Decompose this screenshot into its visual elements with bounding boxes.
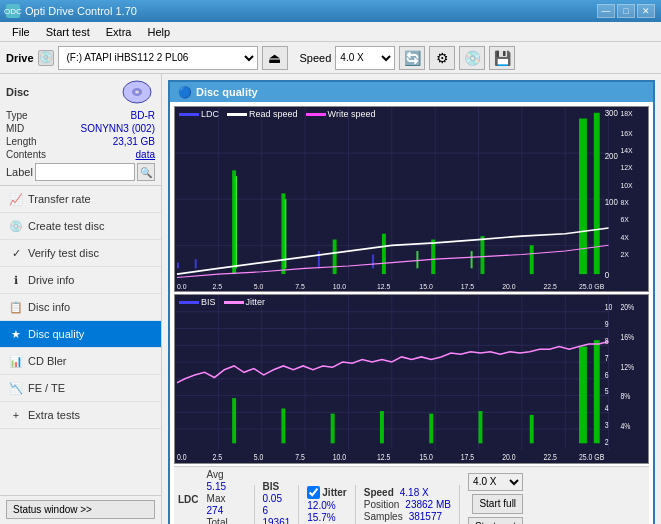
legend-write-speed-label: Write speed — [328, 109, 376, 119]
nav-label-drive-info: Drive info — [28, 274, 74, 286]
svg-text:8: 8 — [605, 337, 609, 347]
disc-quality-panel: 🔵 Disc quality LDC Read speed — [168, 80, 655, 524]
menu-file[interactable]: File — [4, 24, 38, 40]
status-window-button[interactable]: Status window >> — [6, 500, 155, 519]
start-full-button[interactable]: Start full — [472, 494, 523, 514]
charts-area: LDC Read speed Write speed — [170, 102, 653, 524]
svg-text:16%: 16% — [620, 333, 634, 343]
sidebar-item-transfer-rate[interactable]: 📈 Transfer rate — [0, 186, 161, 213]
svg-text:0.0: 0.0 — [177, 282, 187, 292]
legend-read-speed: Read speed — [227, 109, 298, 119]
drive-select[interactable]: (F:) ATAPI iHBS112 2 PL06 — [58, 46, 258, 70]
nav-label-transfer-rate: Transfer rate — [28, 193, 91, 205]
svg-rect-33 — [594, 113, 600, 274]
save-button[interactable]: 💾 — [489, 46, 515, 70]
svg-point-2 — [135, 91, 139, 94]
sidebar-item-verify-test-disc[interactable]: ✓ Verify test disc — [0, 240, 161, 267]
svg-text:6: 6 — [605, 370, 609, 380]
drive-toolbar: Drive 💿 (F:) ATAPI iHBS112 2 PL06 ⏏ Spee… — [0, 42, 661, 74]
legend-bis: BIS — [179, 297, 216, 307]
svg-rect-24 — [471, 251, 473, 268]
sidebar-item-create-test-disc[interactable]: 💿 Create test disc — [0, 213, 161, 240]
legend-jitter-label: Jitter — [246, 297, 266, 307]
svg-text:10.0: 10.0 — [333, 453, 347, 463]
svg-text:6X: 6X — [620, 215, 628, 225]
speed-select-stats[interactable]: 4.0 X — [468, 473, 523, 491]
close-button[interactable]: ✕ — [637, 4, 655, 18]
svg-text:17.5: 17.5 — [461, 282, 474, 292]
svg-rect-25 — [232, 170, 236, 274]
top-chart: LDC Read speed Write speed — [174, 106, 649, 292]
maximize-button[interactable]: □ — [617, 4, 635, 18]
svg-rect-85 — [594, 341, 600, 444]
minimize-button[interactable]: — — [597, 4, 615, 18]
svg-text:7: 7 — [605, 353, 609, 363]
svg-rect-22 — [372, 255, 374, 269]
disc-icon — [119, 78, 155, 106]
bis-avg-value: 0.05 — [263, 493, 291, 504]
sidebar-item-fe-te[interactable]: 📉 FE / TE — [0, 375, 161, 402]
mid-label: MID — [6, 123, 24, 134]
svg-rect-81 — [429, 414, 433, 444]
svg-rect-77 — [232, 399, 236, 444]
refresh-button[interactable]: 🔄 — [399, 46, 425, 70]
sidebar-item-extra-tests[interactable]: + Extra tests — [0, 402, 161, 429]
nav-section: 📈 Transfer rate 💿 Create test disc ✓ Ver… — [0, 186, 161, 495]
svg-text:25.0 GB: 25.0 GB — [579, 282, 604, 292]
sidebar-item-disc-info[interactable]: 📋 Disc info — [0, 294, 161, 321]
label-input[interactable] — [35, 163, 135, 181]
disc-button[interactable]: 💿 — [459, 46, 485, 70]
svg-text:0: 0 — [605, 269, 610, 280]
svg-text:10: 10 — [605, 303, 613, 313]
contents-value[interactable]: data — [136, 149, 155, 160]
status-section: Status window >> 33:16 Test completed — [0, 495, 161, 524]
settings-button[interactable]: ⚙ — [429, 46, 455, 70]
svg-text:7.5: 7.5 — [295, 453, 305, 463]
sidebar-item-cd-bler[interactable]: 📊 CD Bler — [0, 348, 161, 375]
content-area: 🔵 Disc quality LDC Read speed — [162, 74, 661, 524]
menu-help[interactable]: Help — [139, 24, 178, 40]
menu-start-test[interactable]: Start test — [38, 24, 98, 40]
svg-text:8%: 8% — [620, 392, 630, 402]
nav-label-create-test-disc: Create test disc — [28, 220, 104, 232]
svg-text:4X: 4X — [620, 232, 628, 242]
bis-header: BIS — [263, 481, 291, 492]
svg-text:12.5: 12.5 — [377, 453, 391, 463]
svg-text:4: 4 — [605, 404, 609, 414]
menu-extra[interactable]: Extra — [98, 24, 140, 40]
svg-rect-27 — [333, 240, 337, 275]
svg-rect-18 — [195, 259, 197, 268]
stats-bar: LDC . Avg 5.15 Max 274 Total 1964527 BIS — [174, 466, 649, 524]
create-test-disc-icon: 💿 — [8, 218, 24, 234]
ldc-max-value: 274 — [207, 505, 246, 516]
speed-select-toolbar[interactable]: 4.0 X — [335, 46, 395, 70]
svg-text:17.5: 17.5 — [461, 453, 475, 463]
ldc-total-label: Total — [207, 517, 246, 524]
eject-button[interactable]: ⏏ — [262, 46, 288, 70]
start-part-button[interactable]: Start part — [468, 517, 523, 525]
fe-te-icon: 📉 — [8, 380, 24, 396]
sidebar-item-disc-quality[interactable]: ★ Disc quality — [0, 321, 161, 348]
nav-label-fe-te: FE / TE — [28, 382, 65, 394]
jitter-checkbox[interactable] — [307, 486, 320, 499]
nav-label-disc-quality: Disc quality — [28, 328, 84, 340]
svg-text:2: 2 — [605, 437, 609, 447]
svg-text:22.5: 22.5 — [544, 453, 558, 463]
svg-text:15.0: 15.0 — [419, 282, 432, 292]
disc-panel: Disc Type BD-R MID SONYNN3 (002) Length — [0, 74, 161, 186]
top-chart-legend: LDC Read speed Write speed — [179, 109, 375, 119]
stats-ldc-group: LDC . — [178, 494, 199, 516]
label-browse-button[interactable]: 🔍 — [137, 163, 155, 181]
svg-text:7.5: 7.5 — [295, 282, 305, 292]
svg-rect-23 — [416, 251, 418, 268]
jitter-checkbox-container[interactable]: Jitter — [307, 486, 346, 499]
svg-text:5: 5 — [605, 387, 609, 397]
svg-text:12X: 12X — [620, 163, 632, 173]
legend-jitter: Jitter — [224, 297, 266, 307]
legend-ldc: LDC — [179, 109, 219, 119]
quality-header: 🔵 Disc quality — [170, 82, 653, 102]
svg-text:10X: 10X — [620, 180, 632, 190]
bottom-chart: BIS Jitter — [174, 294, 649, 464]
sidebar-item-drive-info[interactable]: ℹ Drive info — [0, 267, 161, 294]
svg-text:20%: 20% — [620, 303, 634, 313]
